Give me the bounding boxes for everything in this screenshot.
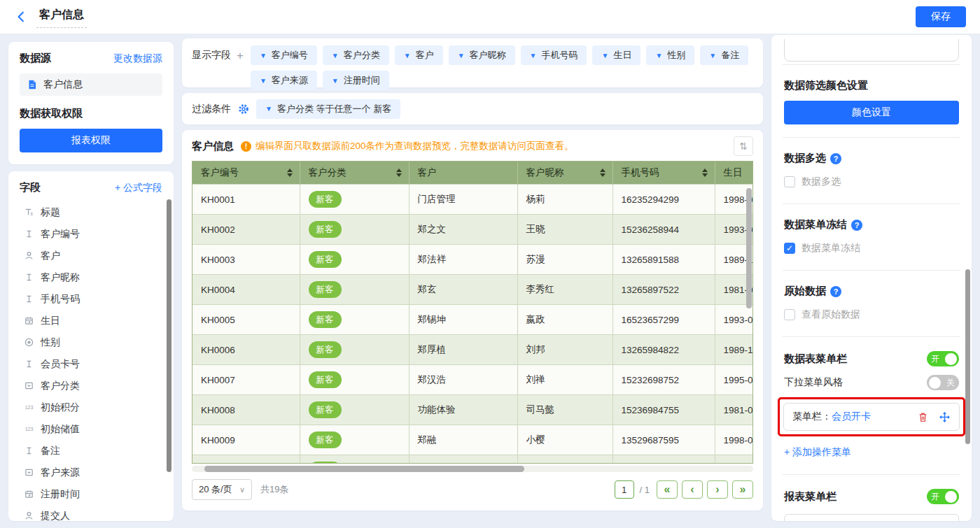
scrollbar-thumb[interactable]	[204, 466, 524, 472]
sort-icon[interactable]	[287, 169, 293, 177]
fields-card: 字段 + 公式字段 标题客户编号客户客户昵称手机号码生日性别会员卡号客户分类初始…	[8, 171, 174, 521]
table-row[interactable]: KH0002新客郑之文王晓152362589441993-08	[192, 215, 752, 245]
table-vertical-scrollbar[interactable]	[746, 188, 752, 308]
first-page-button[interactable]: «	[657, 480, 678, 499]
report-menu-toggle[interactable]: 开	[927, 489, 959, 504]
display-field-chip[interactable]: ▼备注	[700, 45, 748, 65]
save-button[interactable]: 保存	[916, 6, 966, 27]
table-horizontal-scrollbar[interactable]	[192, 466, 753, 472]
page-size-select[interactable]: 20 条/页 ∨	[192, 479, 252, 500]
column-header[interactable]: 手机号码	[612, 162, 715, 185]
table-row[interactable]: KH0009新客郑融小樱135296875951998-05	[192, 425, 752, 455]
sort-order-button[interactable]: ⇅	[734, 136, 753, 156]
field-item[interactable]: 会员卡号	[20, 353, 162, 375]
freeze-checkbox-row[interactable]: ✓ 数据菜单冻结	[784, 242, 959, 255]
field-item[interactable]: 备注	[20, 440, 162, 462]
field-item[interactable]: 手机号码	[20, 288, 162, 310]
menu-item-value[interactable]: 会员开卡	[832, 411, 871, 423]
field-item[interactable]: 客户昵称	[20, 266, 162, 288]
color-settings-button[interactable]: 颜色设置	[784, 101, 959, 124]
page-body: 数据源 更改数据源 客户信息 数据获取权限 报表权限 字段 + 公式字段 标题客…	[0, 34, 980, 528]
table-menu-item[interactable]: 菜单栏： 会员开卡	[783, 403, 960, 431]
help-icon[interactable]: ?	[830, 153, 841, 164]
change-datasource-link[interactable]: 更改数据源	[113, 52, 162, 65]
table-row[interactable]: KH0007新客郑汉浩刘禅152326987521995-01	[192, 365, 752, 395]
field-item[interactable]: 客户	[20, 245, 162, 266]
raw-data-checkbox-row[interactable]: 查看原始数据	[784, 308, 959, 321]
field-item[interactable]: 客户编号	[20, 223, 162, 245]
chip-label: 客户编号	[272, 49, 308, 62]
category-badge: 新客	[309, 311, 342, 329]
field-item[interactable]: 客户来源	[20, 462, 162, 483]
sort-icon[interactable]	[396, 169, 402, 177]
display-field-chip[interactable]: ▼客户	[395, 45, 443, 65]
column-header[interactable]: 生日	[715, 162, 752, 185]
field-item[interactable]: 提交人	[20, 505, 162, 521]
table-row[interactable]: KH0008新客功能体验司马懿152369847551981-06	[192, 395, 752, 425]
page-number-input[interactable]: 1	[615, 480, 634, 499]
field-item[interactable]: 性别	[20, 331, 162, 353]
checkbox[interactable]: ✓	[784, 243, 795, 254]
last-page-button[interactable]: »	[732, 480, 753, 499]
help-icon[interactable]: ?	[851, 220, 862, 231]
checkbox[interactable]	[784, 176, 795, 187]
field-item[interactable]: 客户分类	[20, 375, 162, 397]
checkbox[interactable]	[784, 309, 795, 320]
display-field-chip[interactable]: ▼生日	[592, 45, 640, 65]
field-item[interactable]: 初始储值	[20, 418, 162, 440]
field-item[interactable]: 标题	[20, 201, 162, 223]
display-field-chip[interactable]: ▼注册时间	[323, 71, 389, 90]
column-header[interactable]: 客户昵称	[517, 162, 612, 185]
add-display-field-button[interactable]: +	[237, 50, 244, 62]
add-action-menu-link[interactable]: + 添加操作菜单	[784, 446, 959, 459]
field-item[interactable]: 生日	[20, 310, 162, 331]
table-row[interactable]: KH0005新客郑锡坤嬴政165236572991993-08	[192, 305, 752, 335]
sort-icon[interactable]	[600, 169, 606, 177]
next-page-button[interactable]: ›	[707, 480, 728, 499]
display-field-chip[interactable]: ▼客户来源	[251, 71, 317, 90]
field-label: 标题	[41, 206, 60, 219]
field-item[interactable]: 注册时间	[20, 483, 162, 505]
chevron-down-icon: ▼	[332, 77, 339, 85]
column-header[interactable]: 客户编号	[192, 162, 300, 185]
category-badge: 新客	[309, 281, 342, 299]
fields-scrollbar[interactable]	[167, 199, 172, 472]
text-icon	[24, 359, 34, 369]
gear-icon[interactable]	[238, 104, 249, 115]
table-menu-toggle[interactable]: 开	[927, 351, 959, 366]
display-field-chip[interactable]: ▼性别	[646, 45, 694, 65]
prev-page-button[interactable]: ‹	[682, 480, 703, 499]
column-header[interactable]: 客户	[409, 162, 517, 185]
filter-condition-text: 客户分类 等于任意一个 新客	[277, 103, 391, 115]
category-badge: 新客	[309, 462, 342, 464]
display-field-chip[interactable]: ▼手机号码	[521, 45, 587, 65]
title-icon	[24, 207, 34, 217]
display-field-chip[interactable]: ▼客户编号	[251, 45, 317, 65]
field-item[interactable]: 初始积分	[20, 397, 162, 418]
table-row[interactable]: KH0003新客郑法祥苏漫132658915881989-11	[192, 245, 752, 275]
display-field-chip[interactable]: ▼客户分类	[323, 45, 389, 65]
trash-icon[interactable]	[917, 411, 929, 423]
table-row[interactable]: KH0001新客门店管理杨莉162352942991998-05	[192, 185, 752, 215]
display-field-chip[interactable]: ▼客户昵称	[449, 45, 515, 65]
table-cell: 新客	[300, 185, 409, 215]
report-permission-button[interactable]: 报表权限	[20, 129, 162, 152]
report-menu-item[interactable]: 菜单栏： 新增客户	[784, 514, 959, 521]
field-label: 注册时间	[41, 488, 80, 501]
table-row[interactable]: KH0006新客郑厚植刘邦132659848221989-11	[192, 335, 752, 365]
display-fields-label: 显示字段	[192, 49, 231, 62]
sort-icon[interactable]	[702, 169, 708, 177]
filter-condition-chip[interactable]: ▼ 客户分类 等于任意一个 新客	[256, 99, 400, 119]
multiselect-checkbox-row[interactable]: 数据多选	[784, 176, 959, 188]
datasource-item[interactable]: 客户信息	[20, 73, 162, 96]
column-label: 客户	[418, 166, 437, 179]
panel-scrollbar[interactable]	[965, 269, 970, 444]
column-header[interactable]: 客户分类	[300, 162, 409, 185]
table-row[interactable]: KH0004新客郑玄李秀红132658975221981-06	[192, 275, 752, 305]
help-icon[interactable]: ?	[830, 286, 841, 297]
dropdown-style-toggle[interactable]: 关	[927, 375, 959, 390]
move-icon[interactable]	[939, 411, 951, 423]
formula-field-link[interactable]: + 公式字段	[115, 182, 162, 194]
table-row[interactable]: 新客	[192, 455, 752, 464]
back-button[interactable]	[11, 7, 31, 27]
